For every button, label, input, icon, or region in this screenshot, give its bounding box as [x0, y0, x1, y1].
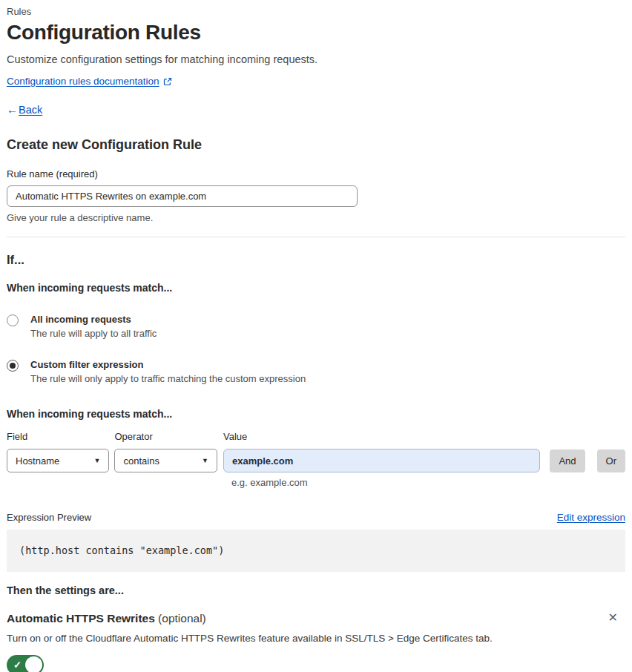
page-container: Rules Configuration Rules Customize conf…	[0, 0, 632, 672]
radio-desc-all-incoming: The rule will apply to all traffic	[30, 328, 157, 339]
radio-button-custom-filter[interactable]	[7, 360, 19, 372]
setting-name: Automatic HTTPS Rewrites	[7, 612, 155, 625]
rule-name-input[interactable]	[7, 185, 358, 207]
radio-button-all-incoming[interactable]	[7, 314, 19, 326]
field-label: Field	[7, 431, 109, 442]
setting-optional-tag: (optional)	[155, 612, 206, 625]
setting-toggle[interactable]: ✓	[7, 655, 44, 672]
expression-preview-label: Expression Preview	[7, 512, 91, 523]
external-link-icon	[163, 77, 172, 86]
radio-option-custom-filter[interactable]: Custom filter expression The rule will o…	[7, 359, 625, 384]
match-type-heading: When incoming requests match...	[7, 282, 625, 294]
documentation-link[interactable]: Configuration rules documentation	[7, 76, 159, 87]
value-label: Value	[223, 431, 540, 442]
form-title: Create new Configuration Rule	[7, 137, 625, 153]
radio-label-custom-filter: Custom filter expression	[30, 359, 306, 370]
or-button[interactable]: Or	[597, 449, 625, 472]
operator-label: Operator	[114, 431, 217, 442]
back-link-label: Back	[19, 104, 42, 116]
rule-name-helper: Give your rule a descriptive name.	[7, 212, 625, 223]
if-section-title: If...	[7, 253, 625, 267]
back-link[interactable]: ← Back	[7, 103, 625, 116]
page-title: Configuration Rules	[7, 21, 625, 45]
operator-select-value: contains	[123, 455, 159, 467]
setting-title: Automatic HTTPS Rewrites (optional)	[7, 612, 206, 625]
setting-description: Turn on or off the Cloudflare Automatic …	[7, 633, 625, 644]
operator-select[interactable]: contains ▼	[114, 449, 217, 472]
value-input[interactable]	[223, 449, 540, 472]
remove-setting-button[interactable]: ✕	[605, 612, 621, 624]
breadcrumb: Rules	[7, 6, 625, 17]
radio-desc-custom-filter: The rule will only apply to traffic matc…	[30, 373, 306, 384]
close-icon: ✕	[608, 611, 618, 624]
condition-heading: When incoming requests match...	[7, 408, 625, 420]
section-divider	[7, 237, 625, 237]
field-select[interactable]: Hostname ▼	[7, 449, 109, 472]
field-select-value: Hostname	[16, 455, 59, 467]
toggle-knob	[25, 656, 42, 672]
and-button[interactable]: And	[550, 449, 585, 472]
chevron-down-icon: ▼	[202, 457, 208, 464]
rule-name-label: Rule name (required)	[7, 168, 625, 179]
radio-label-all-incoming: All incoming requests	[30, 314, 157, 325]
chevron-down-icon: ▼	[94, 457, 101, 464]
edit-expression-link[interactable]: Edit expression	[557, 512, 625, 523]
back-arrow-icon: ←	[7, 103, 18, 116]
value-helper: e.g. example.com	[231, 477, 625, 488]
radio-option-all-incoming[interactable]: All incoming requests The rule will appl…	[7, 314, 625, 339]
condition-row: Field Hostname ▼ Operator contains ▼ Val…	[7, 431, 625, 472]
page-description: Customize configuration settings for mat…	[7, 53, 625, 65]
then-section-heading: Then the settings are...	[7, 584, 625, 596]
expression-preview-code: (http.host contains "example.com")	[7, 530, 625, 572]
check-icon: ✓	[13, 659, 22, 671]
